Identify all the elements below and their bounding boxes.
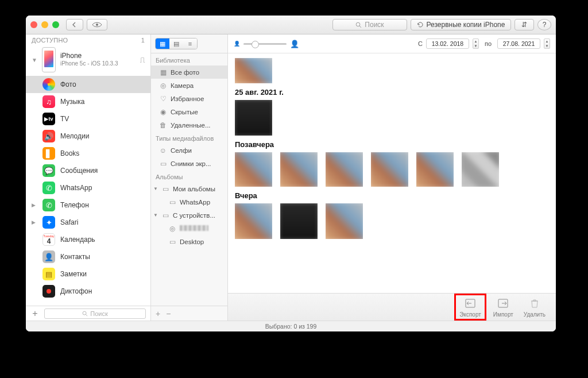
photo-thumbnail[interactable] (280, 203, 318, 239)
device-name: iPhone (60, 52, 118, 60)
photo-thumbnail[interactable] (326, 203, 363, 239)
photo-thumbnail[interactable] (462, 152, 499, 187)
sidebar-item-label: Safari (60, 218, 78, 226)
toolbar-search[interactable]: Поиск (332, 19, 407, 30)
to-label: по (485, 40, 492, 47)
library-item-icon: ◉ (159, 108, 167, 116)
svg-point-3 (83, 311, 86, 315)
library-item[interactable]: ▦Все фото (151, 65, 227, 79)
svg-point-0 (96, 24, 98, 26)
photo-thumbnail[interactable] (326, 152, 363, 187)
date-from-field[interactable]: 13.02. 2018 (426, 38, 469, 49)
library-item-label: Desktop (180, 238, 204, 245)
library-item[interactable]: ◎ (151, 222, 227, 235)
sidebar-item-safari[interactable]: ▶✦Safari (26, 214, 150, 231)
list-view-icon[interactable]: ≡ (183, 38, 197, 49)
import-label: Импорт (493, 311, 513, 318)
date-from-stepper[interactable]: ▲▼ (473, 38, 479, 49)
close-window-icon[interactable] (30, 21, 37, 28)
library-item[interactable]: ☺Селфи (151, 144, 227, 157)
photo-thumbnail[interactable] (235, 203, 272, 239)
library-item-label: Скрытые (171, 109, 198, 115)
disclosure-icon: ▼ (153, 213, 158, 218)
backups-label: Резервные копии iPhone (427, 21, 505, 29)
sidebar-list: Фото♫Музыка▶tvTV🔊Мелодии▋Books💬Сообщения… (26, 76, 150, 306)
library-item[interactable]: ▼▭С устройств... (151, 209, 227, 222)
photo-thumbnail[interactable] (280, 152, 318, 187)
person-small-icon: 👤 (234, 41, 240, 47)
sidebar-item-music[interactable]: ♫Музыка (26, 93, 150, 110)
sidebar-item-books[interactable]: ▋Books (26, 145, 150, 162)
library-item[interactable]: ▼▭Мои альбомы (151, 182, 227, 195)
sidebar-item-tv[interactable]: ▶tvTV (26, 110, 150, 128)
library-item[interactable]: ▭WhatsApp (151, 195, 227, 209)
back-button[interactable] (66, 19, 83, 30)
app-window: Поиск Резервные копии iPhone ⇵ ? ДОСТУПН… (26, 16, 556, 331)
thumb-row (235, 203, 549, 239)
library-item-icon: ▭ (168, 198, 176, 206)
chevron-down-icon: ▼ (32, 57, 37, 63)
zoom-window-icon[interactable] (52, 21, 59, 28)
library-item[interactable]: ♡Избранное (151, 92, 227, 105)
help-button[interactable]: ? (537, 19, 551, 30)
voice-icon (42, 285, 55, 298)
slider-track[interactable] (243, 43, 287, 45)
library-item[interactable]: ◎Камера (151, 79, 227, 92)
transfer-button[interactable]: ⇵ (514, 19, 534, 30)
sidebar-item-wa[interactable]: ✆WhatsApp (26, 179, 150, 196)
remove-album-button[interactable]: − (166, 309, 171, 318)
sidebar-item-cont[interactable]: 👤Контакты (26, 248, 150, 265)
photo-thumbnail[interactable] (371, 152, 408, 187)
thumb-row (235, 152, 549, 187)
library-item[interactable]: ▭Снимки экр... (151, 157, 227, 170)
sidebar-item-msg[interactable]: 💬Сообщения (26, 162, 150, 179)
library-item[interactable]: ▭Desktop (151, 235, 227, 248)
books-icon: ▋ (42, 147, 55, 160)
library-section-title: Типы медиафайлов (151, 132, 227, 144)
add-album-button[interactable]: + (156, 309, 160, 318)
grid-view-icon[interactable]: ▦ (156, 38, 169, 49)
library-list: Библиотека▦Все фото◎Камера♡Избранное◉Скр… (151, 53, 227, 306)
sidebar-item-label: Календарь (60, 236, 95, 244)
device-row[interactable]: ▼ iPhone iPhone 5c - iOS 10.3.3 ⎍ (26, 45, 150, 76)
photo-thumbnail[interactable] (235, 152, 272, 187)
library-item-label: Мои альбомы (173, 186, 215, 192)
sidebar-item-label: Диктофон (60, 287, 92, 295)
sidebar-footer: + Поиск (26, 306, 150, 321)
sidebar-item-mel[interactable]: 🔊Мелодии (26, 128, 150, 145)
import-button[interactable]: Импорт (493, 297, 513, 318)
thumb-view-icon[interactable]: ▤ (169, 38, 183, 49)
library-item[interactable]: ◉Скрытые (151, 105, 227, 118)
photo-thumbnail[interactable] (235, 100, 272, 136)
backups-button[interactable]: Резервные копии iPhone (411, 19, 511, 30)
library-item[interactable]: 🗑Удаленные... (151, 118, 227, 132)
sidebar-item-cal[interactable]: Tuesday4Календарь (26, 231, 150, 248)
chevron-icon: ▶ (32, 202, 37, 208)
minimize-window-icon[interactable] (41, 21, 48, 28)
photo-grid[interactable]: 25 авг. 2021 г.ПозавчераВчера (228, 53, 556, 293)
sidebar-search[interactable]: Поиск (44, 308, 146, 319)
export-button[interactable]: Экспорт (454, 294, 486, 321)
delete-button[interactable]: Удалить (524, 297, 546, 318)
disclosure-icon: ▼ (153, 186, 158, 191)
wa-icon: ✆ (42, 182, 55, 194)
library-section-title: Библиотека (151, 53, 227, 65)
add-button[interactable]: + (30, 308, 40, 319)
sidebar-item-label: TV (60, 115, 69, 123)
sidebar-item-voice[interactable]: Диктофон (26, 283, 150, 300)
date-to-stepper[interactable]: ▲▼ (544, 38, 550, 49)
sidebar-item-label: Музыка (60, 98, 84, 106)
sidebar-item-photos[interactable]: Фото (26, 76, 150, 93)
date-to-field[interactable]: 27.08. 2021 (497, 38, 540, 49)
search-icon (355, 22, 362, 28)
cal-icon: Tuesday4 (42, 233, 55, 246)
sidebar-item-notes[interactable]: ▤Заметки (26, 265, 150, 283)
quicklook-button[interactable] (87, 19, 107, 30)
thumbnail-size-slider[interactable]: 👤 👤 (234, 40, 299, 48)
sidebar-item-phonec[interactable]: ▶✆Телефон (26, 196, 150, 214)
photo-thumbnail[interactable] (235, 58, 272, 83)
view-segment[interactable]: ▦ ▤ ≡ (155, 38, 198, 49)
status-text: Выбрано: 0 из 199 (265, 323, 317, 330)
export-label: Экспорт (459, 311, 481, 318)
photo-thumbnail[interactable] (416, 152, 454, 187)
